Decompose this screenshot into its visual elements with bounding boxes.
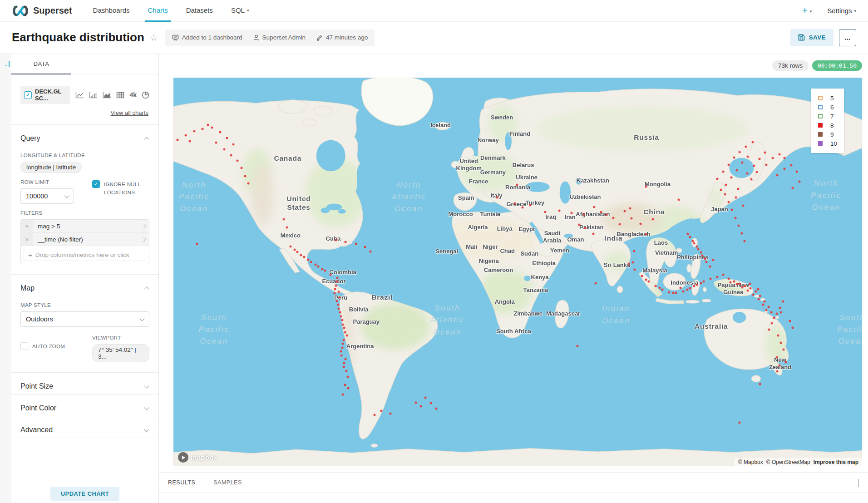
nav-item-sql[interactable]: SQL▾ (231, 0, 249, 22)
filter-box: ×mag > 5×__time (No filter) + Drop colum… (20, 219, 149, 264)
earthquake-dot (286, 226, 288, 228)
nav-item-datasets[interactable]: Datasets (186, 0, 213, 22)
earthquake-dot (659, 287, 661, 289)
section-query[interactable]: Query (20, 125, 149, 146)
save-button[interactable]: SAVE (790, 29, 833, 46)
remove-filter-icon[interactable]: × (21, 220, 33, 233)
more-actions-button[interactable]: ... (839, 29, 856, 46)
earthquake-dot (185, 134, 187, 136)
section-label: Point Size (20, 382, 53, 390)
filter-list: ×mag > 5×__time (No filter) (21, 220, 149, 246)
earthquake-dot (777, 335, 779, 337)
earthquake-dot (335, 280, 338, 282)
nav-item-dashboards[interactable]: Dashboards (93, 0, 130, 22)
osm-attribution-link[interactable]: © OpenStreetMap (766, 459, 810, 465)
earthquake-dot (735, 283, 738, 286)
auto-zoom-checkbox[interactable]: ✓ (20, 342, 28, 350)
deckgl-map[interactable]: NorthPacificOceanNorthAtlanticOceanNorth… (173, 78, 862, 466)
tab-results[interactable]: RESULTS (168, 479, 195, 486)
earthquake-dot (634, 268, 636, 271)
filter-drop-zone[interactable]: + Drop columns/metrics here or click (24, 249, 146, 261)
section-point-color[interactable]: Point Color (20, 395, 149, 416)
legend-swatch (818, 132, 823, 137)
earthquake-dot (737, 187, 739, 190)
chevron-right-icon (141, 237, 146, 242)
map-style-select[interactable]: Outdoors (20, 311, 149, 327)
earthquake-dot (244, 175, 246, 178)
section-point-size[interactable]: Point Size (20, 373, 149, 394)
earthquake-dot (346, 335, 348, 337)
earthquake-dot (335, 239, 337, 241)
new-item-button[interactable]: +▾ (802, 5, 812, 16)
earthquake-dot (762, 303, 764, 306)
earthquake-dot (583, 213, 585, 216)
earthquake-dot (763, 301, 765, 303)
legend-swatch (818, 96, 823, 100)
filter-pill[interactable]: ×mag > 5 (21, 220, 149, 233)
more-viz-count[interactable]: 4k (129, 91, 137, 99)
section-advanced[interactable]: Advanced (20, 416, 149, 438)
owner-meta[interactable]: Superset Admin (253, 34, 306, 41)
earthquake-dot (419, 405, 422, 408)
last-modified-meta[interactable]: 47 minutes ago (316, 34, 368, 41)
remove-filter-icon[interactable]: × (21, 233, 33, 246)
earthquake-dot (335, 284, 337, 286)
ignore-null-checkbox[interactable]: ✓ (92, 180, 100, 188)
earthquake-dot (779, 311, 782, 314)
mapbox-attribution-link[interactable]: © Mapbox (738, 459, 763, 465)
tab-data[interactable]: DATA (11, 54, 71, 74)
pencil-icon (316, 35, 323, 41)
dashboards-meta[interactable]: Added to 1 dashboard (172, 34, 242, 41)
collapse-results-icon[interactable] (858, 479, 859, 487)
earthquake-dot (219, 131, 222, 133)
earthquake-dot (334, 288, 336, 290)
earthquake-dot (645, 185, 647, 187)
filter-label: __time (No filter) (33, 236, 138, 243)
dashboard-icon (172, 35, 179, 41)
viz-type-selected[interactable]: ✓ DECK.GL SC... (20, 86, 70, 104)
earthquake-dot (237, 160, 239, 162)
earthquake-dot (725, 184, 727, 186)
viewport-value[interactable]: 7° 35' 54.02" | 3... (92, 344, 149, 362)
earthquake-dot (300, 254, 302, 256)
area-chart-icon[interactable] (103, 92, 111, 99)
tab-samples[interactable]: SAMPLES (213, 479, 242, 486)
earthquake-dot (693, 242, 695, 244)
favorite-star-icon[interactable]: ☆ (150, 32, 158, 43)
pie-chart-icon[interactable] (142, 91, 149, 99)
nav-item-charts[interactable]: Charts (148, 0, 168, 22)
earthquake-dot (342, 323, 344, 325)
earthquake-dot (282, 218, 285, 220)
earthquake-dot (790, 164, 792, 166)
expand-panel-icon[interactable]: → (2, 60, 10, 68)
table-icon[interactable] (116, 92, 124, 99)
earthquake-dot (380, 410, 383, 412)
improve-map-link[interactable]: Improve this map (814, 459, 858, 465)
filter-expand-icon[interactable] (138, 237, 149, 241)
bar-chart-icon[interactable] (89, 92, 98, 99)
filter-expand-icon[interactable] (138, 224, 149, 228)
section-map[interactable]: Map (20, 275, 149, 296)
view-all-charts-link[interactable]: View all charts (20, 109, 148, 116)
page-title: Earthquake distribution (12, 30, 144, 44)
earthquake-dot (757, 288, 759, 290)
earthquake-dot (345, 241, 347, 243)
earthquake-dot (731, 209, 733, 211)
earthquake-dot (346, 376, 349, 378)
divider (11, 438, 158, 438)
earthquake-dot (764, 152, 766, 154)
earthquake-dot (355, 243, 357, 245)
lon-lat-value[interactable]: longitude | latitude (20, 162, 82, 173)
earthquake-dot (247, 182, 250, 184)
earthquake-dot (230, 154, 232, 157)
settings-menu[interactable]: Settings▾ (827, 7, 856, 15)
update-chart-button[interactable]: UPDATE CHART (50, 487, 119, 501)
filter-pill[interactable]: ×__time (No filter) (21, 233, 149, 246)
checkbox-checked-icon[interactable]: ✓ (24, 91, 32, 99)
mapbox-logo[interactable]: mapbox (178, 452, 217, 463)
row-limit-select[interactable]: 100000 (20, 188, 74, 204)
filters-label: FILTERS (20, 210, 149, 216)
line-chart-icon[interactable] (75, 92, 84, 99)
earthquake-dot (675, 292, 677, 294)
superset-logo[interactable]: Superset (12, 5, 72, 16)
